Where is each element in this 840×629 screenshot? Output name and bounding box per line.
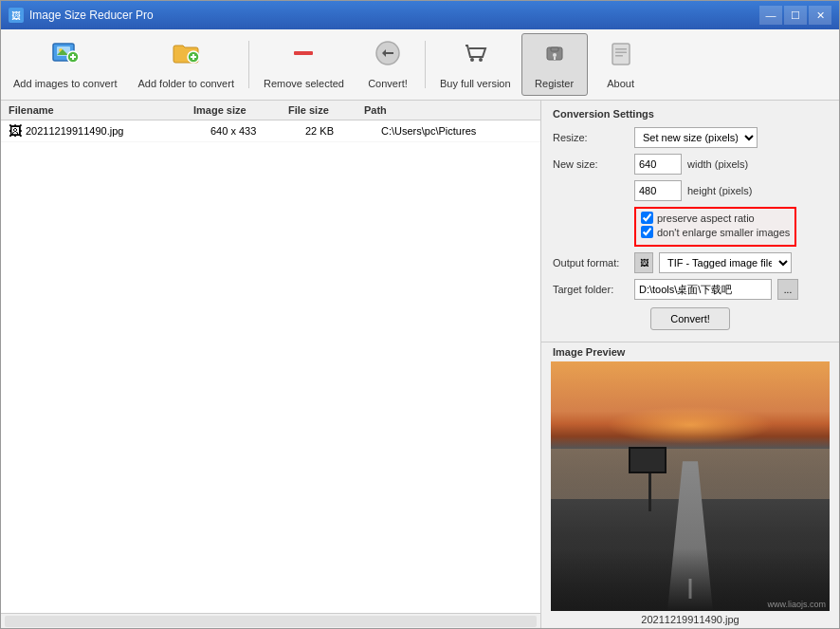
height-row: height (pixels) <box>553 180 828 201</box>
file-icon: 🖼 <box>9 123 22 139</box>
svg-rect-17 <box>554 57 556 60</box>
remove-selected-label: Remove selected <box>264 77 344 90</box>
target-folder-row: Target folder: ... <box>553 279 828 300</box>
target-folder-label: Target folder: <box>553 284 629 295</box>
register-label: Register <box>535 77 574 90</box>
separator-2 <box>425 41 426 88</box>
svg-rect-19 <box>615 48 627 50</box>
app-icon: 🖼 <box>9 8 24 23</box>
dont-enlarge-label: don't enlarge smaller images <box>657 227 790 238</box>
col-header-imagesize: Image size <box>193 104 288 116</box>
output-format-label: Output format: <box>553 257 629 268</box>
file-filename: 20211219911490.jpg <box>26 125 210 137</box>
format-icon-btn[interactable]: 🖼 <box>634 252 653 273</box>
about-icon <box>606 38 636 73</box>
width-unit: width (pixels) <box>687 158 748 170</box>
buy-full-icon <box>460 38 490 73</box>
add-folder-button[interactable]: Add folder to convert <box>127 33 245 96</box>
file-path: C:\Users\pc\Pictures <box>381 125 533 137</box>
landscape-scene: www.liaojs.com <box>551 361 830 611</box>
output-format-select[interactable]: TIF - Tagged image file <box>659 252 792 273</box>
right-panel: Conversion Settings Resize: Set new size… <box>541 101 839 628</box>
svg-rect-9 <box>192 54 194 60</box>
register-icon <box>539 38 570 73</box>
svg-rect-20 <box>615 52 627 54</box>
browse-button[interactable]: ... <box>777 279 798 300</box>
dont-enlarge-row: don't enlarge smaller images <box>641 226 790 238</box>
close-button[interactable]: ✕ <box>809 6 831 25</box>
add-images-icon <box>50 38 81 73</box>
resize-row: Resize: Set new size (pixels) <box>553 127 828 148</box>
col-header-filesize: File size <box>288 104 364 116</box>
convert-toolbar-button[interactable]: Convert! <box>355 33 421 96</box>
preview-filename: 20211219911490.jpg <box>541 611 839 628</box>
preview-image: www.liaojs.com <box>551 361 830 611</box>
resize-select[interactable]: Set new size (pixels) <box>634 127 758 148</box>
width-input[interactable] <box>634 154 682 175</box>
table-row[interactable]: 🖼 20211219911490.jpg 640 x 433 22 KB C:\… <box>1 120 540 142</box>
file-list-body[interactable]: 🖼 20211219911490.jpg 640 x 433 22 KB C:\… <box>1 120 540 613</box>
convert-toolbar-label: Convert! <box>368 77 408 90</box>
remove-selected-button[interactable]: Remove selected <box>253 33 355 96</box>
window-controls: — ☐ ✕ <box>759 6 831 25</box>
app-window: 🖼 Image Size Reducer Pro — ☐ ✕ Add im <box>0 0 840 629</box>
register-button[interactable]: Register <box>521 33 588 96</box>
remove-selected-icon <box>288 38 319 73</box>
horizontal-scrollbar[interactable] <box>1 613 540 628</box>
maximize-button[interactable]: ☐ <box>784 6 807 25</box>
add-images-label: Add images to convert <box>13 77 117 90</box>
add-images-button[interactable]: Add images to convert <box>3 33 127 96</box>
svg-point-16 <box>553 53 557 57</box>
buy-full-label: Buy full version <box>440 77 511 90</box>
about-label: About <box>607 77 634 90</box>
minimize-button[interactable]: — <box>759 6 782 25</box>
file-filesize: 22 KB <box>305 125 381 137</box>
title-bar: 🖼 Image Size Reducer Pro — ☐ ✕ <box>1 1 839 29</box>
add-folder-label: Add folder to convert <box>137 77 234 90</box>
dont-enlarge-checkbox[interactable] <box>641 226 653 238</box>
image-preview-section: Image Preview <box>541 342 839 628</box>
file-imagesize: 640 x 433 <box>210 125 305 137</box>
add-folder-icon <box>171 38 201 73</box>
window-title: Image Size Reducer Pro <box>29 9 759 22</box>
toolbar: Add images to convert Add folder to conv… <box>1 29 839 101</box>
separator-1 <box>248 41 249 88</box>
preserve-aspect-label: preserve aspect ratio <box>657 213 755 224</box>
preserve-aspect-checkbox[interactable] <box>641 212 653 224</box>
preview-title: Image Preview <box>541 342 839 361</box>
buy-full-button[interactable]: Buy full version <box>429 33 521 96</box>
file-list-header: Filename Image size File size Path <box>1 101 540 120</box>
col-header-filename: Filename <box>9 104 193 116</box>
svg-rect-10 <box>294 51 313 55</box>
col-header-path: Path <box>364 104 533 116</box>
watermark: www.liaojs.com <box>767 600 826 609</box>
width-row: New size: width (pixels) <box>553 154 828 175</box>
about-button[interactable]: About <box>588 33 654 96</box>
resize-label: Resize: <box>553 132 629 143</box>
file-list-panel: Filename Image size File size Path 🖼 202… <box>1 101 541 628</box>
main-area: Filename Image size File size Path 🖼 202… <box>1 101 839 628</box>
height-input[interactable] <box>634 180 682 201</box>
output-format-row: Output format: 🖼 TIF - Tagged image file <box>553 252 828 273</box>
target-folder-input[interactable] <box>634 279 772 300</box>
preserve-aspect-row: preserve aspect ratio <box>641 212 790 224</box>
convert-btn-row: Convert! <box>553 307 828 330</box>
svg-point-13 <box>479 58 483 62</box>
convert-icon <box>373 38 403 73</box>
svg-rect-18 <box>612 44 630 65</box>
conversion-settings: Conversion Settings Resize: Set new size… <box>541 101 839 342</box>
svg-rect-6 <box>72 54 74 60</box>
scrollbar-track <box>5 616 537 627</box>
svg-rect-15 <box>551 47 558 51</box>
settings-title: Conversion Settings <box>553 108 828 120</box>
new-size-label: New size: <box>553 158 629 170</box>
height-unit: height (pixels) <box>687 185 752 196</box>
svg-rect-21 <box>615 55 623 57</box>
convert-button[interactable]: Convert! <box>650 307 730 330</box>
svg-point-12 <box>470 58 474 62</box>
